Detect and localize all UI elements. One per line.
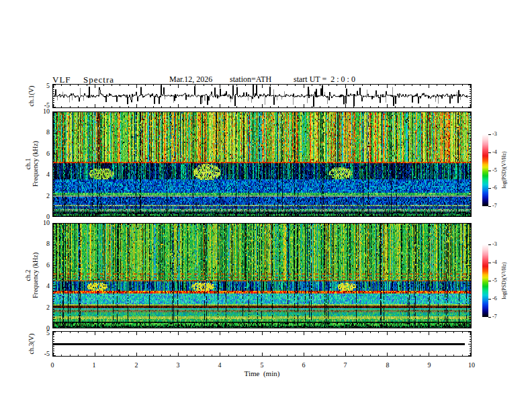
colorbar-tick-mark [488, 188, 491, 189]
ch1-waveform-canvas [53, 85, 471, 107]
colorbar2-tick-label: -7 [492, 314, 497, 320]
ch3-wave-ytick-top: 5 [27, 330, 50, 336]
time-tick-label: 10 [468, 361, 475, 369]
ch2-colorbar [482, 244, 488, 317]
colorbar1-tick-label: -5 [492, 168, 497, 173]
time-tick-label: 9 [428, 361, 431, 369]
ch3-waveform-canvas [53, 332, 471, 356]
ch1-spec-ytick-label: 10 [27, 108, 50, 115]
figure-date: Mar.12, 2026 [169, 75, 212, 85]
colorbar-tick-mark [488, 171, 491, 171]
ch1-spec-ytick-label: 4 [27, 171, 50, 178]
colorbar-tick-mark [488, 281, 491, 281]
ch1-frequency-axis-channel: ch.1 [24, 141, 32, 187]
ch1-waveform-panel [52, 84, 472, 108]
time-tick-label: 6 [302, 361, 306, 369]
ch2-spectrogram-panel [52, 223, 472, 328]
ch1-wave-ytick-bottom: -5 [27, 102, 50, 109]
colorbar1-tick-label: -4 [492, 150, 497, 155]
ch2-spectrogram-canvas [53, 224, 471, 328]
vlf-spectra-figure: VLF Spectra Mar.12, 2026 station=ATH sta… [0, 0, 532, 411]
colorbar-tick-mark [488, 244, 491, 245]
colorbar-tick-mark [488, 134, 491, 135]
time-tick-label: 0 [51, 361, 54, 369]
ch1-spectrogram-panel [52, 111, 472, 217]
figure-start-ut: start UT = 2 : 0 : 0 [294, 75, 355, 85]
colorbar-tick-mark [488, 299, 491, 300]
ch2-frequency-axis-channel: ch.2 [24, 253, 32, 298]
ch2-spec-ytick-label: 10 [27, 220, 50, 226]
ch2-spec-ytick-label: 2 [27, 304, 50, 311]
time-tick-label: 7 [344, 361, 347, 369]
colorbar2-tick-label: -3 [492, 242, 497, 247]
ch2-frequency-axis-text: Frequency (kHz) [32, 253, 39, 298]
ch1-spec-ytick-label: 2 [27, 193, 50, 199]
ch1-spectrogram-canvas [53, 112, 471, 216]
ch1-spec-ytick-label: 8 [27, 129, 50, 136]
time-axis-label: Time (min) [245, 369, 280, 377]
ch1-colorbar-label: log(PSD)(V²/Hz) [500, 151, 508, 188]
ch1-spec-ytick-label: 6 [27, 150, 50, 157]
time-tick-label: 5 [261, 361, 264, 369]
ch1-frequency-axis-label: ch.1 Frequency (kHz) [24, 141, 39, 187]
colorbar2-tick-label: -4 [492, 260, 497, 265]
time-tick-label: 4 [218, 361, 222, 369]
colorbar2-tick-label: -5 [492, 278, 497, 283]
colorbar2-tick-label: -6 [492, 296, 497, 302]
ch3-wave-ytick-bottom: -5 [27, 351, 50, 357]
colorbar1-tick-label: -6 [492, 185, 497, 191]
ch1-frequency-axis-text: Frequency (kHz) [32, 141, 39, 187]
figure-station: station=ATH [230, 75, 271, 85]
time-tick-label: 2 [135, 361, 138, 369]
ch2-colorbar-label: log(PSD)(V²/Hz) [500, 262, 508, 299]
time-tick-label: 8 [386, 361, 390, 369]
ch3-waveform-panel [52, 331, 472, 357]
ch2-frequency-axis-label: ch.2 Frequency (kHz) [24, 253, 39, 298]
colorbar-tick-mark [488, 263, 491, 263]
ch2-spec-ytick-label: 8 [27, 240, 50, 247]
time-tick-label: 3 [177, 361, 180, 369]
colorbar-tick-mark [488, 152, 491, 153]
ch2-spec-ytick-label: 4 [27, 283, 50, 289]
time-tick-label: 1 [93, 361, 96, 369]
colorbar-tick-mark [488, 317, 491, 318]
ch1-colorbar [482, 134, 488, 206]
colorbar1-tick-label: -7 [492, 203, 497, 209]
colorbar1-tick-label: -3 [492, 132, 497, 137]
colorbar-tick-mark [488, 206, 491, 207]
ch2-spec-ytick-label: 6 [27, 262, 50, 269]
ch1-wave-ytick-top: 5 [27, 83, 50, 89]
